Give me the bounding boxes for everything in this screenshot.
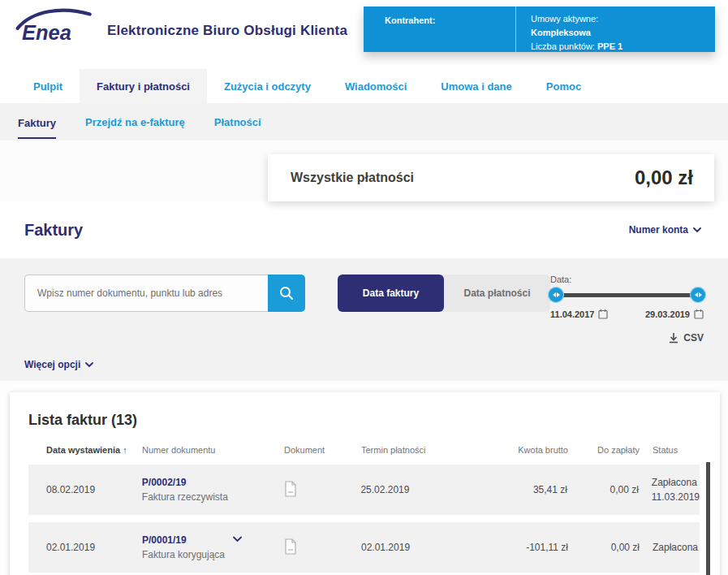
status-badge: Zapłacona (653, 540, 700, 555)
chevron-down-icon[interactable] (233, 536, 242, 543)
table-row[interactable]: 08.02.2019 P/0002/19 Faktura rzeczywista… (28, 465, 700, 515)
contract-info-box: Kontrahent: Umowy aktywne: Kompleksowa L… (364, 6, 715, 52)
nav-item-pulpit[interactable]: Pulpit (16, 69, 80, 103)
nav-item-faktury-i-platnosci[interactable]: Faktury i płatności (80, 69, 207, 103)
page-title: Faktury (24, 221, 83, 240)
points-label: Liczba punktów: (531, 41, 595, 51)
invoice-number-link[interactable]: P/0002/19 (142, 477, 228, 488)
column-header-to-pay[interactable]: Do zapłaty (568, 445, 640, 455)
cell-doc-number: P/0002/19 Faktura rzeczywista (142, 477, 284, 503)
cell-issue-date: 08.02.2019 (28, 484, 142, 495)
enea-logo-icon: Enea (15, 6, 96, 47)
csv-download-link[interactable]: CSV (669, 332, 704, 344)
column-header-issue-date[interactable]: Data wystawienia ↑ (28, 445, 142, 455)
points-value: PPE 1 (597, 41, 622, 51)
table-row[interactable]: 02.01.2019 P/0001/19 Faktura korygująca … (28, 522, 700, 573)
subnav-item-e-faktura[interactable]: Przejdź na e-fakturę (85, 103, 185, 141)
invoice-list-card: Lista faktur (13) Data wystawienia ↑ Num… (10, 392, 720, 575)
slider-handle-from[interactable] (548, 287, 564, 303)
cell-to-pay: 0,00 zł (568, 542, 640, 553)
date-range-block: Data: 11.04.2017 29.03.2019 (550, 275, 704, 319)
filter-panel: Data faktury Data płatności Data: 11.04.… (0, 258, 728, 381)
status-date: 11.03.2019 (652, 490, 700, 504)
document-icon[interactable] (284, 538, 297, 555)
nav-item-pomoc[interactable]: Pomoc (529, 69, 598, 103)
cell-document (284, 538, 361, 557)
cell-gross-amount: 35,41 zł (478, 484, 567, 495)
nav-item-umowa-i-dane[interactable]: Umowa i dane (424, 69, 528, 103)
payments-summary-label: Wszystkie płatności (291, 171, 414, 185)
status-badge: Zapłacona (652, 475, 700, 490)
contractor-label: Kontrahent: (364, 6, 516, 52)
search-icon (278, 285, 295, 301)
account-number-selector[interactable]: Numer konta (629, 224, 701, 236)
more-options-toggle[interactable]: Więcej opcji (24, 359, 93, 370)
app-title: Elektroniczne Biuro Obsługi Klienta (107, 23, 347, 39)
top-bar: Enea Elektroniczne Biuro Obsługi Klienta… (0, 0, 728, 69)
subnav-item-faktury[interactable]: Faktury (18, 103, 56, 141)
search-box (24, 275, 305, 312)
search-button[interactable] (268, 275, 305, 312)
date-from[interactable]: 11.04.2017 (550, 309, 608, 319)
column-header-due-date[interactable]: Termin płatności (361, 445, 479, 455)
slider-handle-to[interactable] (690, 287, 706, 303)
invoice-list-title: Lista faktur (13) (28, 412, 700, 429)
cell-status: Zapłacona 11.03.2019 (639, 475, 700, 504)
nav-item-wiadomosci[interactable]: Wiadomości (328, 69, 424, 103)
document-icon[interactable] (284, 481, 297, 497)
main-navigation: Pulpit Faktury i płatności Zużycia i odc… (0, 69, 728, 103)
cell-doc-number: P/0001/19 Faktura korygująca (142, 534, 284, 560)
calendar-icon[interactable] (598, 309, 608, 319)
date-to[interactable]: 29.03.2019 (645, 309, 704, 319)
cell-due-date: 25.02.2019 (360, 484, 478, 495)
column-header-gross-amount[interactable]: Kwota brutto (479, 445, 568, 455)
payments-summary-amount: 0,00 zł (635, 166, 693, 189)
cell-status: Zapłacona (640, 540, 700, 555)
invoice-table-header: Data wystawienia ↑ Numer dokumentu Dokum… (28, 445, 700, 465)
slider-track (555, 293, 699, 297)
subnav-item-platnosci[interactable]: Płatności (214, 103, 261, 141)
cell-due-date: 02.01.2019 (361, 542, 479, 553)
chevron-down-icon (85, 362, 93, 368)
chevron-down-icon (693, 227, 701, 233)
payments-summary-card: Wszystkie płatności 0,00 zł (268, 154, 714, 201)
invoice-type-label: Faktura korygująca (142, 549, 225, 560)
contract-details: Umowy aktywne: Kompleksowa Liczba punktó… (516, 6, 622, 52)
date-range-slider (550, 287, 704, 303)
column-header-doc-number[interactable]: Numer dokumentu (142, 445, 284, 455)
column-header-document[interactable]: Dokument (284, 445, 361, 455)
contracts-label: Umowy aktywne: (531, 12, 622, 26)
svg-text:Enea: Enea (22, 21, 71, 44)
download-icon (669, 332, 678, 344)
table-scrollbar[interactable] (706, 462, 710, 575)
toggle-payment-date[interactable]: Data płatności (444, 275, 550, 312)
toggle-invoice-date[interactable]: Data faktury (338, 275, 444, 312)
cell-to-pay: 0,00 zł (567, 484, 639, 495)
column-header-status[interactable]: Status (640, 445, 700, 455)
sub-navigation: Faktury Przejdź na e-fakturę Płatności (0, 103, 728, 141)
enea-logo[interactable]: Enea (15, 6, 96, 50)
cell-gross-amount: -101,11 zł (479, 542, 568, 553)
date-range-label: Data: (550, 275, 704, 284)
nav-item-zuzycia-i-odczyty[interactable]: Zużycia i odczyty (207, 69, 328, 103)
contracts-value: Kompleksowa (531, 28, 591, 37)
cell-issue-date: 02.01.2019 (28, 542, 142, 553)
calendar-icon[interactable] (694, 309, 704, 319)
cell-document (284, 481, 361, 499)
invoice-number-link[interactable]: P/0001/19 (142, 534, 225, 546)
sort-asc-icon: ↑ (123, 445, 127, 455)
date-type-toggle: Data faktury Data płatności (338, 275, 550, 312)
payments-summary-strip: Wszystkie płatności 0,00 zł (0, 141, 728, 201)
invoices-header-band: Faktury Numer konta (0, 201, 728, 258)
invoice-type-label: Faktura rzeczywista (142, 491, 228, 503)
search-input[interactable] (24, 275, 268, 312)
